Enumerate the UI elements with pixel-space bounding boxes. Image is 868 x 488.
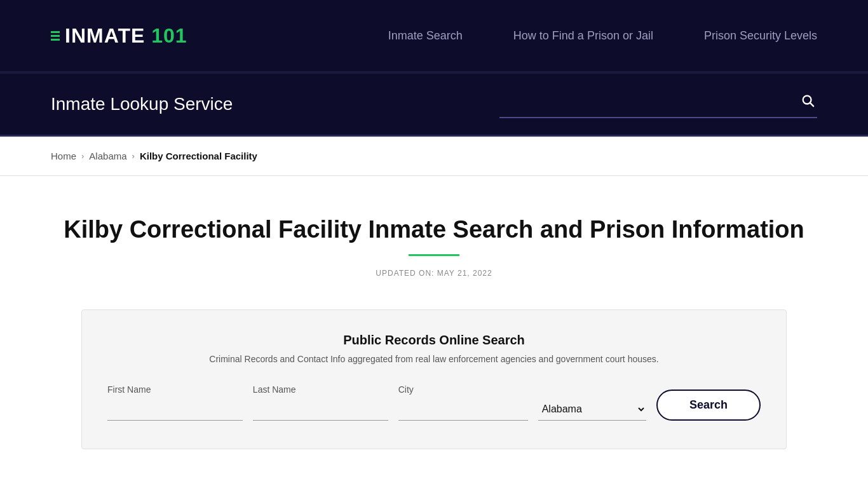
search-header: Inmate Lookup Service: [0, 73, 868, 137]
nav-links: Inmate Search How to Find a Prison or Ja…: [388, 29, 817, 43]
search-icon-button[interactable]: [798, 91, 817, 113]
title-underline: [409, 254, 459, 256]
breadcrumb-current: Kilby Correctional Facility: [140, 151, 257, 161]
search-bar-wrapper: [499, 91, 817, 118]
search-icon: [801, 93, 815, 107]
breadcrumb-chevron-1: ›: [81, 151, 84, 161]
lookup-title: Inmate Lookup Service: [51, 94, 233, 114]
form-box-title: Public Records Online Search: [107, 333, 761, 348]
breadcrumb-chevron-2: ›: [132, 151, 135, 161]
state-select[interactable]: AlabamaAlaskaArizonaArkansasCaliforniaCo…: [538, 398, 646, 421]
svg-line-1: [810, 103, 813, 106]
nav-how-to-find[interactable]: How to Find a Prison or Jail: [513, 29, 653, 43]
nav-inmate-search[interactable]: Inmate Search: [388, 29, 463, 43]
search-form-box: Public Records Online Search Criminal Re…: [81, 309, 787, 449]
city-label: City: [398, 384, 528, 395]
last-name-input[interactable]: [253, 398, 388, 421]
last-name-field: Last Name: [253, 384, 388, 421]
form-fields: First Name Last Name City AlabamaAlaskaA…: [107, 384, 761, 421]
city-field: City: [398, 384, 528, 421]
breadcrumb: Home › Alabama › Kilby Correctional Faci…: [0, 137, 868, 176]
last-name-label: Last Name: [253, 384, 388, 395]
logo[interactable]: INMATE 101: [51, 24, 187, 48]
updated-text: UPDATED ON: MAY 21, 2022: [51, 269, 817, 278]
breadcrumb-state[interactable]: Alabama: [89, 151, 126, 161]
page-title: Kilby Correctional Facility Inmate Searc…: [51, 214, 817, 245]
logo-bars-icon: [51, 31, 60, 41]
top-navigation: INMATE 101 Inmate Search How to Find a P…: [0, 0, 868, 73]
city-input[interactable]: [398, 398, 528, 421]
breadcrumb-home[interactable]: Home: [51, 151, 76, 161]
first-name-field: First Name: [107, 384, 243, 421]
state-field: AlabamaAlaskaArizonaArkansasCaliforniaCo…: [538, 398, 646, 421]
main-content: Kilby Correctional Facility Inmate Searc…: [0, 176, 868, 475]
form-box-subtitle: Criminal Records and Contact Info aggreg…: [107, 354, 761, 364]
search-input[interactable]: [499, 93, 798, 110]
search-button[interactable]: Search: [656, 390, 761, 421]
nav-security-levels[interactable]: Prison Security Levels: [704, 29, 817, 43]
first-name-input[interactable]: [107, 398, 243, 421]
logo-text: INMATE 101: [65, 24, 187, 48]
first-name-label: First Name: [107, 384, 243, 395]
